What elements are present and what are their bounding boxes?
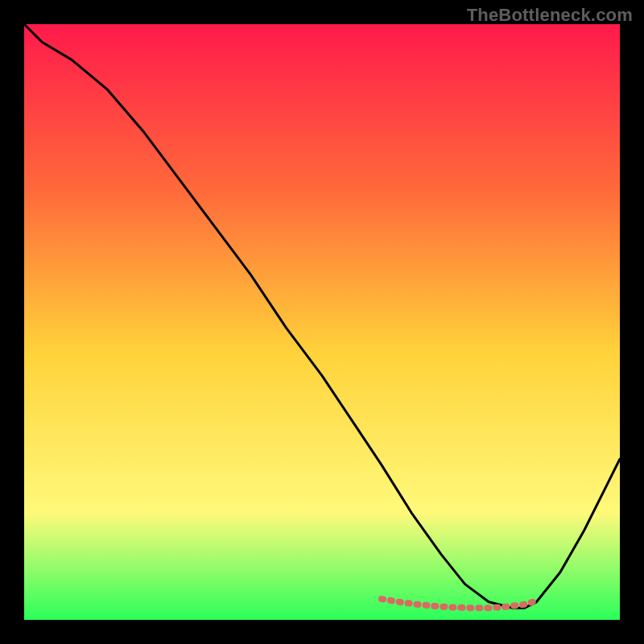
plot-area <box>24 24 620 620</box>
chart-frame: TheBottleneck.com <box>0 0 644 644</box>
bottleneck-curve-chart <box>24 24 620 620</box>
watermark-label: TheBottleneck.com <box>467 5 633 26</box>
gradient-background <box>24 24 620 620</box>
